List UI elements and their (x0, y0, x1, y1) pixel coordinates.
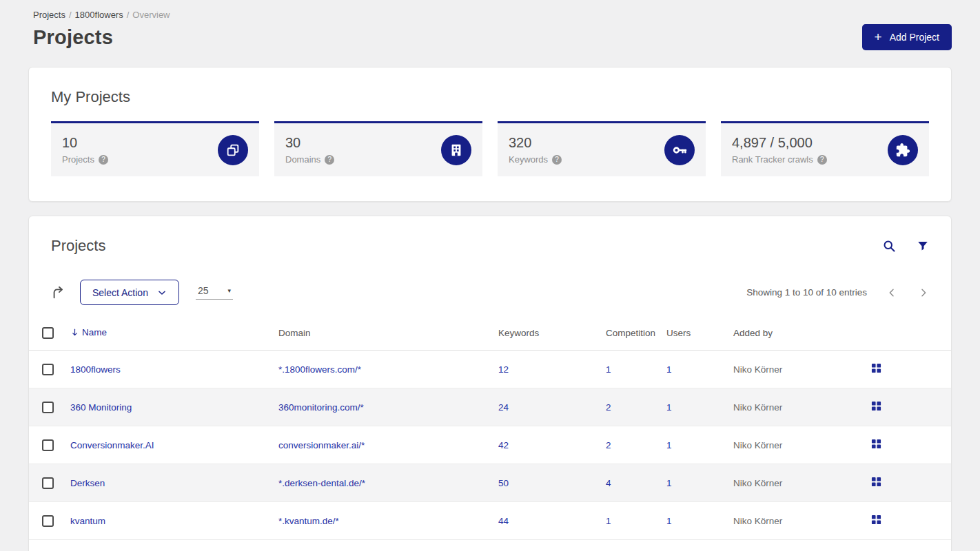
project-domain-link[interactable]: *.1800flowers.com/* (278, 364, 361, 375)
added-by: Niko Körner (733, 351, 871, 388)
breadcrumb: Projects/1800flowers/Overview (28, 10, 952, 20)
help-icon[interactable]: ? (817, 155, 827, 165)
sort-desc-icon (70, 328, 79, 337)
project-name-link[interactable]: kvantum (70, 516, 105, 526)
users-count: 1 (666, 388, 733, 426)
help-icon[interactable]: ? (325, 155, 334, 165)
grid-apps-icon[interactable] (871, 477, 881, 487)
project-name-link[interactable]: Derksen (70, 478, 105, 488)
prev-page-icon[interactable] (886, 287, 897, 298)
filter-icon[interactable] (917, 240, 929, 252)
keywords-count: 42 (498, 426, 606, 464)
competition-count: 2 (606, 426, 666, 464)
breadcrumb-separator: / (69, 10, 72, 20)
table-row: 1800flowers *.1800flowers.com/* 12 1 1 N… (29, 351, 951, 388)
breadcrumb-separator: / (127, 10, 130, 20)
stats-row: 10 Projects ? 30 Domai (51, 121, 929, 176)
stat-domains-label: Domains (285, 154, 320, 165)
table-row: Derksen *.derksen-dental.de/* 50 4 1 Nik… (29, 464, 951, 502)
stat-rank-tracker: 4,897 / 5,000 Rank Tracker crawls ? (721, 121, 929, 176)
users-count: 1 (666, 426, 733, 464)
competition-count: 4 (606, 464, 666, 502)
project-name-link[interactable]: Conversionmaker.AI (70, 440, 154, 450)
users-count: 1 (666, 351, 733, 388)
project-name-link[interactable]: 360 Monitoring (70, 402, 132, 413)
row-checkbox[interactable] (42, 439, 54, 451)
grid-apps-icon[interactable] (871, 439, 881, 449)
stat-projects-label: Projects (62, 154, 94, 165)
stat-projects: 10 Projects ? (51, 121, 259, 176)
stat-rank-tracker-label: Rank Tracker crawls (732, 154, 813, 165)
breadcrumb-overview: Overview (132, 10, 170, 20)
projects-card: Projects (28, 216, 952, 551)
select-action-label: Select Action (92, 287, 148, 298)
grid-apps-icon[interactable] (871, 363, 881, 373)
column-header-keywords[interactable]: Keywords (498, 322, 606, 351)
row-checkbox[interactable] (42, 402, 54, 413)
project-domain-link[interactable]: *.derksen-dental.de/* (278, 478, 365, 488)
column-header-name[interactable]: Name (70, 327, 107, 337)
competition-count: 1 (606, 351, 666, 388)
key-icon (664, 135, 695, 165)
my-projects-title: My Projects (51, 88, 929, 106)
page-title: Projects (33, 26, 113, 49)
column-header-users[interactable]: Users (666, 322, 733, 351)
projects-table: Name Domain Keywords Competition Users A… (29, 322, 951, 540)
grid-apps-icon[interactable] (871, 514, 881, 525)
users-count: 1 (666, 502, 733, 540)
added-by: Niko Körner (733, 464, 871, 502)
table-row: Conversionmaker.AI conversionmaker.ai/* … (29, 426, 951, 464)
project-domain-link[interactable]: conversionmaker.ai/* (278, 440, 365, 450)
stat-keywords-label: Keywords (509, 154, 548, 165)
column-header-competition[interactable]: Competition (606, 322, 666, 351)
help-icon[interactable]: ? (552, 155, 562, 165)
project-domain-link[interactable]: *.kvantum.de/* (278, 516, 339, 526)
caret-down-icon: ▾ (227, 287, 231, 294)
project-domain-link[interactable]: 360monitoring.com/* (278, 402, 364, 413)
add-project-label: Add Project (890, 32, 939, 43)
plus-icon: + (875, 30, 882, 43)
added-by: Niko Körner (733, 388, 871, 426)
row-checkbox[interactable] (42, 364, 54, 375)
page-size-select[interactable]: 25 ▾ (196, 285, 233, 300)
project-name-link[interactable]: 1800flowers (70, 364, 121, 375)
breadcrumb-1800flowers[interactable]: 1800flowers (75, 10, 123, 20)
add-project-button[interactable]: + Add Project (862, 24, 952, 50)
chevron-down-icon (157, 288, 167, 298)
search-icon[interactable] (882, 239, 896, 253)
keywords-count: 12 (498, 351, 606, 388)
keywords-count: 24 (498, 388, 606, 426)
help-icon[interactable]: ? (99, 155, 108, 165)
my-projects-card: My Projects 10 Projects ? (28, 67, 952, 202)
page: Projects/1800flowers/Overview Projects +… (0, 0, 980, 551)
table-row: kvantum *.kvantum.de/* 44 1 1 Niko Körne… (29, 502, 951, 540)
showing-entries-text: Showing 1 to 10 of 10 entries (746, 287, 867, 298)
table-toolbar: Select Action 25 ▾ Showing 1 to 10 of 10… (29, 280, 951, 305)
building-icon (441, 135, 471, 165)
keywords-count: 50 (498, 464, 606, 502)
puzzle-icon (888, 135, 918, 165)
select-all-checkbox[interactable] (42, 327, 54, 339)
competition-count: 1 (606, 502, 666, 540)
page-size-value: 25 (198, 285, 209, 296)
export-icon[interactable] (51, 285, 66, 300)
title-row: Projects + Add Project (28, 24, 952, 50)
breadcrumb-projects[interactable]: Projects (33, 10, 65, 20)
select-action-dropdown[interactable]: Select Action (80, 280, 179, 305)
column-header-domain[interactable]: Domain (278, 322, 498, 351)
column-header-added-by[interactable]: Added by (733, 322, 871, 351)
added-by: Niko Körner (733, 502, 871, 540)
competition-count: 2 (606, 388, 666, 426)
row-checkbox[interactable] (42, 477, 54, 489)
stat-keywords-value: 320 (509, 135, 562, 151)
row-checkbox[interactable] (42, 515, 54, 527)
stat-keywords: 320 Keywords ? (498, 121, 706, 176)
stat-domains-value: 30 (285, 135, 334, 151)
projects-copy-icon (218, 135, 248, 165)
stat-projects-value: 10 (62, 135, 108, 151)
stat-rank-tracker-value: 4,897 / 5,000 (732, 135, 827, 151)
keywords-count: 44 (498, 502, 606, 540)
added-by: Niko Körner (733, 426, 871, 464)
next-page-icon[interactable] (918, 287, 929, 298)
grid-apps-icon[interactable] (871, 401, 881, 411)
